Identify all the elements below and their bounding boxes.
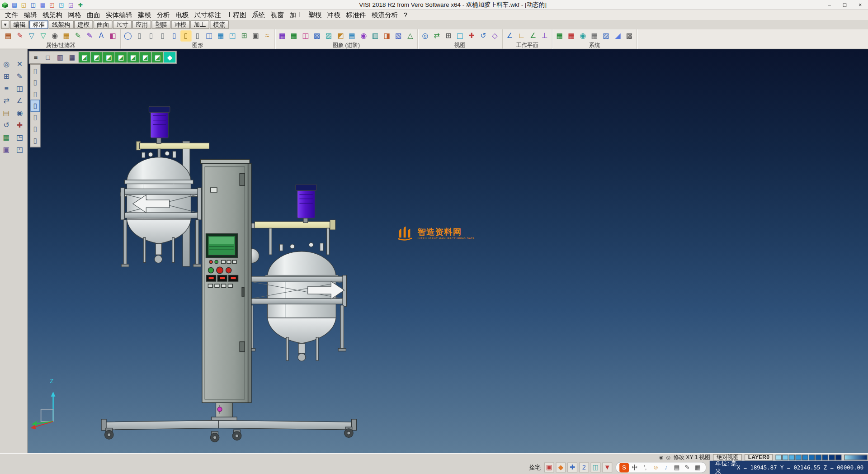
maximize-button[interactable]: □ <box>837 0 852 9</box>
layer-color-swatch[interactable] <box>816 455 821 460</box>
ime-punctuation-icon[interactable]: ’, <box>641 463 650 472</box>
ime-toolbox-icon[interactable]: ▦ <box>693 463 703 472</box>
grid-box-icon[interactable]: ▦ <box>215 30 226 41</box>
view-left-icon[interactable]: ◩ <box>115 52 127 62</box>
filter-add-icon[interactable]: ▽ <box>38 30 48 41</box>
viewport-grid-icon[interactable]: ▦ <box>66 52 78 62</box>
columns-icon[interactable]: ▥ <box>370 30 381 41</box>
workplane-icon[interactable]: ∠ <box>505 30 515 41</box>
menu-item[interactable]: 塑模 <box>306 10 325 20</box>
vertical-toolbar-button[interactable]: ▯ <box>31 135 39 146</box>
layer-gradient-bar[interactable] <box>844 455 867 460</box>
view-iso-icon[interactable]: ◩ <box>152 52 164 62</box>
vertical-toolbar-button[interactable]: ▯ <box>31 65 39 76</box>
view-right-icon[interactable]: ◩ <box>103 52 115 62</box>
vertical-toolbar-button[interactable]: ▯ <box>31 100 39 111</box>
diag-hatch-icon[interactable]: ▧ <box>393 30 404 41</box>
menu-item[interactable]: 加工 <box>287 10 306 20</box>
attributes-icon[interactable]: ▤ <box>3 30 14 41</box>
export-tool-icon[interactable]: ◳ <box>14 131 25 142</box>
menu-item[interactable]: 网格 <box>65 10 84 20</box>
edit-attributes-icon[interactable]: ✎ <box>14 30 25 41</box>
view-front-icon[interactable]: ◩ <box>91 52 103 62</box>
dense-grid-icon[interactable]: ▩ <box>624 30 635 41</box>
viewport-window-icon[interactable]: □ <box>42 52 54 62</box>
ime-handwriting-icon[interactable]: ✎ <box>683 463 692 472</box>
layer-button[interactable]: LAYER0 <box>745 454 773 460</box>
palette-icon[interactable]: ◧ <box>108 30 118 41</box>
view-bottom-icon[interactable]: ◩ <box>140 52 151 62</box>
plane-normal-icon[interactable]: ⊥ <box>539 30 550 41</box>
rotate-view-icon[interactable]: ↺ <box>478 30 489 41</box>
filter-icon[interactable]: ▽ <box>26 30 37 41</box>
pencil-purple-icon[interactable]: ✎ <box>84 30 95 41</box>
lines-icon[interactable]: ▤ <box>347 30 358 41</box>
toolbar-tab[interactable]: 建模 <box>74 20 93 28</box>
menu-item[interactable]: 系统 <box>249 10 268 20</box>
snap-icon[interactable]: ⊞ <box>1 71 12 81</box>
triangle-icon[interactable]: △ <box>405 30 415 41</box>
pattern-icon[interactable]: ▨ <box>601 30 612 41</box>
layer-color-swatch[interactable] <box>789 455 795 460</box>
viewport-menu-icon[interactable]: ≡ <box>30 52 42 62</box>
menu-item[interactable]: 工程图 <box>224 10 249 20</box>
lock-toggle[interactable]: 拴宅 <box>528 463 541 471</box>
toolbar-tab[interactable]: 模流 <box>210 20 229 28</box>
color-table-icon[interactable]: ▦ <box>554 30 565 41</box>
circle-tool-icon[interactable]: ◯ <box>123 30 133 41</box>
plane-align-icon[interactable]: ∟ <box>516 30 527 41</box>
new-document-icon[interactable]: ▤ <box>10 1 18 9</box>
layer-grid-icon[interactable]: ▦ <box>61 30 72 41</box>
vertical-toolbar-button[interactable]: ▯ <box>31 112 39 123</box>
texture-icon[interactable]: ◫ <box>300 30 311 41</box>
ime-keyboard-icon[interactable]: ▤ <box>672 463 682 472</box>
import-icon[interactable]: ◳ <box>57 1 65 9</box>
text-attr-icon[interactable]: A <box>96 30 107 41</box>
add-tool-icon[interactable]: ✚ <box>14 119 25 130</box>
layer-color-swatch[interactable] <box>776 455 782 460</box>
viewport-split-icon[interactable]: ▥ <box>54 52 66 62</box>
layer-color-swatch[interactable] <box>782 455 788 460</box>
ramp-icon[interactable]: ◢ <box>612 30 623 41</box>
solid-box-icon[interactable]: ▣ <box>250 30 261 41</box>
wave-icon[interactable]: ≈ <box>262 30 273 41</box>
select-icon[interactable]: ◎ <box>1 58 12 69</box>
menu-item[interactable]: 曲面 <box>84 10 103 20</box>
save-icon[interactable]: ◫ <box>29 1 37 9</box>
ime-language-icon[interactable]: 中 <box>630 463 639 472</box>
toolbar-tab[interactable]: 冲模 <box>171 20 190 28</box>
shading-icon[interactable]: ▦ <box>288 30 299 41</box>
layer-color-swatch[interactable] <box>822 455 828 460</box>
window-zoom-icon[interactable]: ◱ <box>454 30 465 41</box>
minimize-button[interactable]: – <box>821 0 837 9</box>
preview-icon[interactable]: ◰ <box>48 1 56 9</box>
print-icon[interactable]: ▦ <box>39 1 47 9</box>
open-file-icon[interactable]: ◱ <box>20 1 28 9</box>
frame-tool-icon[interactable]: ◰ <box>14 143 25 154</box>
sketch-icon[interactable]: ✎ <box>14 71 25 81</box>
layer-color-swatch[interactable] <box>835 455 841 460</box>
system-grid-icon[interactable]: ▦ <box>566 30 576 41</box>
toolbar-tab[interactable]: 编辑 <box>10 20 29 28</box>
clipboard-status-icon[interactable]: ▣ <box>544 462 554 472</box>
toolbar-tab[interactable]: 尺寸 <box>113 20 132 28</box>
menu-item[interactable]: 实体编辑 <box>103 10 135 20</box>
menu-item[interactable]: 文件 <box>2 10 21 20</box>
menu-item[interactable]: 冲模 <box>325 10 344 20</box>
menu-item[interactable]: ? <box>401 11 410 19</box>
layer-color-swatch[interactable] <box>796 455 802 460</box>
menu-item[interactable]: 视窗 <box>268 10 287 20</box>
swap-icon[interactable]: ⇄ <box>1 95 12 105</box>
measure-icon[interactable]: ∠ <box>14 95 25 105</box>
mesh-tool-icon[interactable]: ▦ <box>1 131 12 142</box>
pane-tool-icon[interactable]: ◫ <box>14 82 25 93</box>
half-shade-icon[interactable]: ◨ <box>382 30 392 41</box>
layer-color-swatch[interactable] <box>802 455 808 460</box>
pan-icon[interactable]: ⇄ <box>431 30 442 41</box>
list-icon[interactable]: ≡ <box>1 82 12 93</box>
eye-filter-icon[interactable]: ◉ <box>49 30 60 41</box>
layer-color-swatch[interactable] <box>829 455 835 460</box>
cylinder-icon[interactable]: ▯ <box>192 30 203 41</box>
view-back-icon[interactable]: ◩ <box>127 52 139 62</box>
snap-status-icon[interactable]: ◆ <box>556 462 566 472</box>
